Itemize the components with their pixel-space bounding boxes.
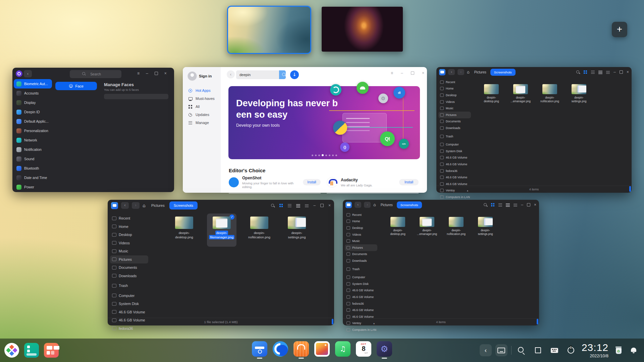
back-button[interactable]: ‹: [227, 70, 235, 78]
sidebar-item[interactable]: Music: [345, 238, 377, 244]
file-tile[interactable]: ✓ deepin-settings.png: [474, 215, 497, 241]
tab-screenshots[interactable]: Screenshots: [169, 201, 198, 209]
sidebar-item[interactable]: Trash: [110, 282, 148, 290]
workspace-thumbnail-active[interactable]: [227, 6, 311, 54]
face-tab-button[interactable]: ☺ Face: [55, 82, 97, 90]
search-icon[interactable]: [515, 344, 528, 357]
sidebar-item[interactable]: Downloads: [438, 125, 471, 131]
sidebar-item[interactable]: Pictures: [438, 112, 471, 118]
minimize-button[interactable]: –: [146, 71, 148, 75]
menu-icon[interactable]: [305, 204, 309, 207]
breadcrumb[interactable]: Pictures: [474, 70, 486, 74]
search-icon[interactable]: [576, 70, 580, 74]
sidebar-item[interactable]: Recent: [438, 79, 471, 85]
screenshot-icon[interactable]: [532, 344, 544, 357]
file-tile[interactable]: ✓ deepin-nofitication.png: [444, 215, 468, 241]
app-card[interactable]: OpenShot Moving your finger to fall in l…: [229, 176, 321, 193]
sidebar-item[interactable]: System Disk: [345, 281, 377, 287]
breadcrumb[interactable]: Pictures: [381, 203, 393, 207]
power-icon[interactable]: [565, 344, 577, 357]
minimize-button[interactable]: –: [313, 203, 316, 207]
back-button[interactable]: ‹: [24, 70, 32, 77]
file-tile[interactable]: ✓ deepin-desktop.png: [480, 82, 503, 108]
app-card[interactable]: Audacity We all are Lady Gaga. Install: [327, 176, 419, 193]
sidebar-item[interactable]: Computers in LAN: [438, 194, 471, 200]
back-button[interactable]: ‹: [121, 202, 129, 209]
avatar[interactable]: [187, 71, 197, 81]
sidebar-item[interactable]: Desktop: [110, 231, 148, 239]
maximize-button[interactable]: [320, 204, 324, 207]
sidebar-item[interactable]: Home: [110, 223, 148, 231]
file-tile[interactable]: ✓ deepin-desktop.png: [169, 214, 199, 247]
maximize-button[interactable]: [155, 72, 158, 75]
sidebar-item[interactable]: Documents: [345, 251, 377, 258]
sort-mode-icon[interactable]: [296, 204, 300, 207]
input-method-icon[interactable]: [495, 344, 507, 356]
file-manager-window-top[interactable]: ‹ › ⌂ Pictures Screenshots – × Recent: [436, 67, 632, 193]
file-manager-window-right[interactable]: ‹ › ⌂ Pictures Screenshots – × Recent: [343, 200, 539, 325]
sidebar-item[interactable]: Computers in LAN: [345, 326, 377, 333]
settings-sidebar-item[interactable]: Bluetooth: [14, 164, 52, 173]
sidebar-item[interactable]: Music: [438, 105, 471, 112]
file-tile[interactable]: ✓ deepin-filemanager.png: [207, 214, 236, 247]
settings-sidebar-item[interactable]: Personalization: [14, 126, 52, 135]
menu-icon[interactable]: [606, 70, 610, 74]
control-center-window[interactable]: ‹ ≡ – × Biometric Aut... Accounts: [12, 68, 174, 192]
pagination-dot[interactable]: [329, 155, 330, 156]
maximize-button[interactable]: [620, 70, 623, 74]
search-icon[interactable]: [271, 204, 275, 207]
pagination-dot[interactable]: [312, 155, 313, 156]
pagination-dot[interactable]: [332, 155, 334, 156]
sidebar-item[interactable]: Trash: [345, 266, 377, 273]
sidebar-item[interactable]: Home: [345, 218, 377, 225]
search-input[interactable]: [236, 70, 279, 79]
close-button[interactable]: ×: [422, 71, 424, 75]
pagination-dot[interactable]: [315, 155, 317, 156]
sidebar-item[interactable]: System Disk: [110, 300, 148, 308]
settings-sidebar-item[interactable]: Default Applic...: [14, 117, 52, 126]
sidebar-item[interactable]: fedora36: [110, 324, 148, 333]
app-store-nav-item[interactable]: Hot Apps: [183, 86, 221, 95]
back-button[interactable]: ‹: [448, 69, 455, 75]
photos[interactable]: [314, 341, 330, 357]
maximize-button[interactable]: [411, 71, 414, 75]
settings-sidebar-item[interactable]: Accounts: [14, 88, 52, 98]
file-tile[interactable]: ✓ deepin-desktop.png: [386, 215, 410, 241]
sign-in-link[interactable]: Sign in: [199, 74, 212, 78]
sidebar-item[interactable]: Recent: [110, 214, 148, 223]
onscreen-keyboard-icon[interactable]: [548, 344, 561, 357]
sidebar-item[interactable]: Pictures: [110, 255, 148, 264]
sidebar-item[interactable]: Downloads: [110, 272, 148, 280]
close-button[interactable]: ×: [164, 71, 167, 75]
tab-screenshots[interactable]: Screenshots: [490, 69, 516, 76]
titlebar[interactable]: ‹ › ⌂ Pictures Screenshots – ×: [436, 67, 632, 77]
icon-view-icon[interactable]: [491, 203, 495, 207]
sidebar-item[interactable]: Documents: [110, 263, 148, 272]
list-view-icon[interactable]: [498, 203, 502, 207]
app-store-window[interactable]: Sign in Hot Apps Must-haves All: [183, 67, 427, 193]
sidebar-item[interactable]: Home: [438, 85, 471, 92]
menu-icon[interactable]: ≡: [391, 71, 393, 75]
forward-button[interactable]: ›: [132, 202, 140, 209]
file-tile[interactable]: ✓ deepin-nofitication.png: [538, 82, 561, 108]
download-manager-icon[interactable]: ↓: [290, 70, 299, 79]
sidebar-item[interactable]: 46.6 GB Volume: [438, 161, 471, 168]
file-manager[interactable]: [252, 341, 267, 357]
minimize-button[interactable]: –: [521, 203, 523, 207]
home-icon[interactable]: ⌂: [143, 203, 146, 208]
menu-icon[interactable]: ≡: [137, 71, 140, 75]
multitasking-view[interactable]: [24, 343, 39, 358]
search-button[interactable]: [279, 70, 286, 79]
settings-sidebar-item[interactable]: Power: [14, 182, 52, 192]
search-icon[interactable]: [484, 203, 487, 207]
app-store-nav-item[interactable]: Must-haves: [183, 95, 221, 103]
sidebar-item[interactable]: Computer: [438, 141, 471, 148]
breadcrumb[interactable]: Pictures: [151, 203, 165, 207]
sidebar-item[interactable]: Recent: [345, 212, 377, 218]
app-store-nav-item[interactable]: Updates: [183, 111, 221, 119]
app-store-nav-item[interactable]: Manage: [183, 119, 221, 127]
collapse-tray-button[interactable]: ‹: [480, 344, 492, 356]
list-view-icon[interactable]: [288, 204, 291, 207]
pagination-dot[interactable]: [325, 155, 327, 156]
file-tile[interactable]: ✓ deepin-nofitication.png: [245, 214, 274, 247]
